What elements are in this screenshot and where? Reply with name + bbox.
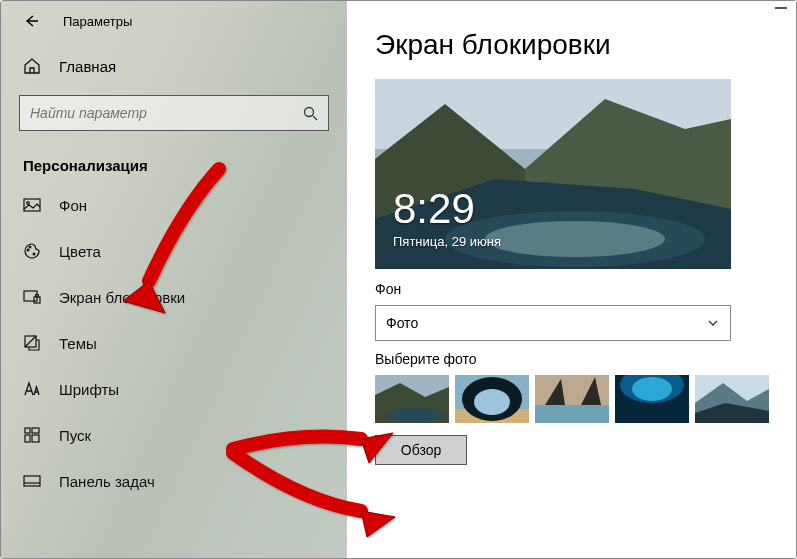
home-icon <box>23 57 41 75</box>
nav-item-label: Цвета <box>59 243 101 260</box>
photo-thumbnails <box>375 375 769 423</box>
main-content: Экран блокировки 8:29 Пятница, 29 июня Ф… <box>347 1 797 558</box>
svg-point-2 <box>27 202 30 205</box>
chevron-down-icon <box>706 316 720 330</box>
svg-rect-10 <box>32 428 39 433</box>
nav-home-label: Главная <box>59 58 116 75</box>
svg-point-23 <box>387 408 443 422</box>
svg-point-0 <box>305 108 314 117</box>
browse-button[interactable]: Обзор <box>375 435 467 465</box>
svg-point-34 <box>632 377 672 401</box>
nav-item-colors[interactable]: Цвета <box>1 228 329 274</box>
nav-item-background[interactable]: Фон <box>1 182 329 228</box>
lockscreen-preview: 8:29 Пятница, 29 июня <box>375 79 731 269</box>
nav-item-label: Фон <box>59 197 87 214</box>
svg-rect-29 <box>535 405 609 423</box>
svg-point-27 <box>474 389 510 415</box>
nav-item-themes[interactable]: Темы <box>1 320 329 366</box>
page-title: Экран блокировки <box>375 29 769 61</box>
back-icon[interactable] <box>23 13 39 29</box>
nav-item-fonts[interactable]: Шрифты <box>1 366 329 412</box>
search-icon <box>302 105 318 121</box>
palette-icon <box>23 242 41 260</box>
nav-item-taskbar[interactable]: Панель задач <box>1 458 329 504</box>
search-input[interactable] <box>30 105 302 121</box>
minimize-icon[interactable] <box>775 7 787 9</box>
nav-item-label: Темы <box>59 335 97 352</box>
choose-photo-label: Выберите фото <box>375 351 769 367</box>
photo-thumb[interactable] <box>615 375 689 423</box>
photo-thumb[interactable] <box>535 375 609 423</box>
nav-home[interactable]: Главная <box>1 39 329 89</box>
start-icon <box>23 426 41 444</box>
svg-point-4 <box>29 246 31 248</box>
search-box[interactable] <box>19 95 329 131</box>
svg-point-5 <box>33 253 35 255</box>
nav-item-start[interactable]: Пуск <box>1 412 329 458</box>
nav-item-label: Шрифты <box>59 381 119 398</box>
themes-icon <box>23 334 41 352</box>
nav-group-label: Персонализация <box>1 139 329 182</box>
fonts-icon <box>23 380 41 398</box>
photo-thumb[interactable] <box>455 375 529 423</box>
svg-rect-12 <box>32 435 39 442</box>
nav-item-label: Панель задач <box>59 473 155 490</box>
lockscreen-icon <box>23 288 41 306</box>
settings-sidebar: Параметры Главная Персонализация Фон <box>1 1 347 558</box>
taskbar-icon <box>23 472 41 490</box>
nav-item-label: Пуск <box>59 427 91 444</box>
photo-thumb[interactable] <box>375 375 449 423</box>
svg-rect-9 <box>25 428 30 433</box>
background-section-label: Фон <box>375 281 769 297</box>
nav-item-label: Экран блокировки <box>59 289 185 306</box>
svg-point-3 <box>27 249 29 251</box>
photo-thumb[interactable] <box>695 375 769 423</box>
background-select[interactable]: Фото <box>375 305 731 341</box>
picture-icon <box>23 196 41 214</box>
background-select-value: Фото <box>386 315 418 331</box>
preview-date: Пятница, 29 июня <box>393 234 501 249</box>
svg-rect-11 <box>25 435 30 442</box>
svg-point-20 <box>485 221 665 257</box>
nav-item-lockscreen[interactable]: Экран блокировки <box>1 274 329 320</box>
preview-time: 8:29 <box>393 188 501 230</box>
svg-rect-13 <box>24 476 40 486</box>
window-title: Параметры <box>63 14 132 29</box>
